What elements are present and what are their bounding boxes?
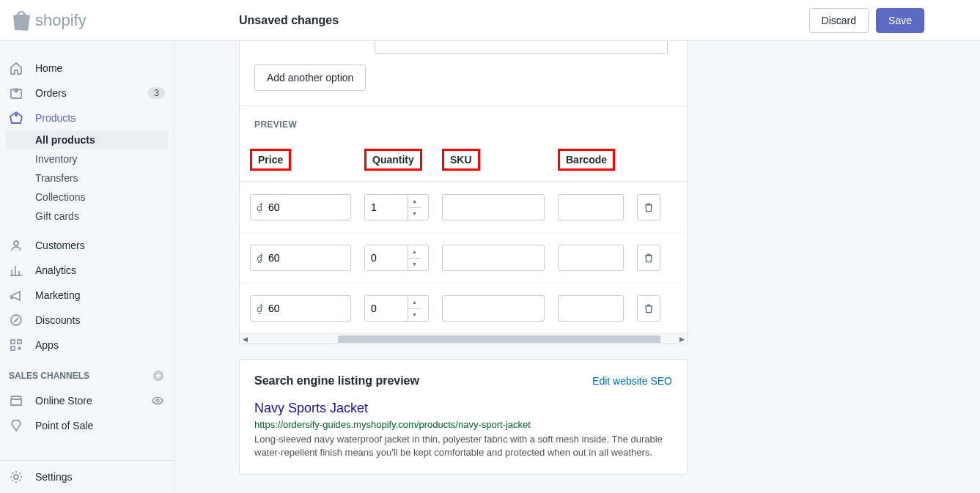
seo-card: Search engine listing preview Edit websi… [239,359,688,475]
sidebar-item-label: Settings [35,471,73,483]
seo-result-title: Navy Sports Jacket [254,401,672,416]
sidebar-item-label: Apps [35,339,59,351]
col-header-price: Price [250,149,291,171]
save-button[interactable]: Save [876,8,924,33]
edit-seo-link[interactable]: Edit website SEO [592,375,672,387]
trash-icon [643,201,655,213]
step-up-icon[interactable]: ▲ [408,195,421,208]
svg-point-9 [14,475,18,479]
sidebar-item-label: Products [35,112,75,124]
variant-row: ₫ ▲▼ [240,283,687,333]
quantity-stepper[interactable]: ▲▼ [364,295,429,322]
home-icon [9,61,23,75]
svg-point-8 [156,399,159,402]
eye-icon[interactable] [150,393,165,408]
barcode-input[interactable] [558,194,624,220]
customers-icon [9,238,23,253]
apps-icon [9,338,23,352]
tag-icon [9,111,23,125]
delete-variant-button[interactable] [637,245,660,271]
sidebar-sub-inventory[interactable]: Inventory [0,149,174,168]
seo-result-desc: Long-sleeved navy waterproof jacket in t… [254,433,672,459]
col-header-sku: SKU [442,149,480,171]
svg-rect-5 [18,340,21,344]
sidebar-item-analytics[interactable]: Analytics [0,258,174,283]
gear-icon [9,470,23,484]
preview-label: PREVIEW [240,106,687,136]
orders-icon [9,86,23,100]
col-header-barcode: Barcode [558,149,615,171]
sidebar-item-label: Discounts [35,314,80,326]
sidebar-item-label: Customers [35,240,85,251]
sku-input[interactable] [442,245,545,271]
variant-row: ₫ ▲▼ [240,182,687,232]
sidebar-item-apps[interactable]: Apps [0,333,174,357]
sidebar-sub-collections[interactable]: Collections [0,188,174,207]
trash-icon [643,303,655,314]
sidebar-item-products[interactable]: Products [0,105,174,130]
sidebar-item-label: Analytics [35,264,76,276]
sidebar-item-marketing[interactable]: Marketing [0,283,174,308]
price-input[interactable]: ₫ [250,295,351,322]
sidebar-item-label: Orders [35,87,67,99]
page-title: Unsaved changes [174,14,809,27]
col-header-quantity: Quantity [364,149,422,171]
horizontal-scrollbar[interactable]: ◀ ▶ [240,333,687,344]
scroll-left-icon[interactable]: ◀ [240,336,250,343]
sidebar-item-home[interactable]: Home [0,56,174,81]
quantity-stepper[interactable]: ▲▼ [364,194,429,220]
sidebar-item-pos[interactable]: Point of Sale [0,413,174,438]
sidebar-sub-all-products[interactable]: All products [6,130,168,149]
shopify-bag-icon [12,10,31,31]
svg-point-2 [14,241,18,245]
sidebar-item-customers[interactable]: Customers [0,233,174,258]
sku-input[interactable] [442,295,545,322]
orders-badge: 3 [148,87,165,99]
topbar: shopify Unsaved changes Discard Save [0,0,980,41]
sidebar: Home Orders 3 Products All products Inve… [0,41,174,493]
step-down-icon[interactable]: ▼ [408,309,421,322]
analytics-icon [9,263,23,278]
step-up-icon[interactable]: ▲ [408,296,421,309]
sidebar-item-settings[interactable]: Settings [0,460,174,493]
sidebar-item-online-store[interactable]: Online Store [0,388,174,413]
variants-card: Add another option PREVIEW Price Quantit… [239,41,688,344]
sidebar-item-label: Home [35,62,62,74]
seo-result-url: https://ordersify-guides.myshopify.com/p… [254,419,672,430]
sidebar-item-orders[interactable]: Orders 3 [0,81,174,105]
add-option-button[interactable]: Add another option [254,64,366,91]
marketing-icon [9,288,23,303]
discounts-icon [9,313,23,327]
step-down-icon[interactable]: ▼ [408,208,421,220]
sidebar-sub-transfers[interactable]: Transfers [0,168,174,188]
price-input[interactable]: ₫ [250,194,351,220]
scroll-thumb[interactable] [338,336,660,343]
sku-input[interactable] [442,194,545,220]
sidebar-item-label: Marketing [35,289,80,301]
main-content: Add another option PREVIEW Price Quantit… [174,41,980,493]
delete-variant-button[interactable] [637,295,660,322]
add-channel-icon[interactable] [152,369,165,382]
step-up-icon[interactable]: ▲ [408,245,421,259]
sidebar-item-label: Online Store [35,395,92,407]
shopify-logo: shopify [12,10,174,31]
trash-icon [643,252,655,264]
barcode-input[interactable] [558,245,624,271]
price-input[interactable]: ₫ [250,245,351,271]
variant-row: ₫ ▲▼ [240,232,687,283]
sidebar-item-discounts[interactable]: Discounts [0,308,174,333]
shopify-logo-text: shopify [35,11,86,30]
seo-heading: Search engine listing preview [254,374,419,388]
variant-header-row: Price Quantity SKU Barcode [240,136,687,182]
quantity-stepper[interactable]: ▲▼ [364,245,429,271]
sidebar-sub-gift-cards[interactable]: Gift cards [0,207,174,226]
svg-rect-6 [11,346,15,350]
discard-button[interactable]: Discard [809,8,869,33]
pos-icon [9,418,23,433]
delete-variant-button[interactable] [637,194,660,220]
barcode-input[interactable] [558,295,624,322]
step-down-icon[interactable]: ▼ [408,259,421,271]
sidebar-item-label: Point of Sale [35,420,93,431]
scroll-right-icon[interactable]: ▶ [677,336,687,343]
svg-rect-4 [11,340,15,344]
